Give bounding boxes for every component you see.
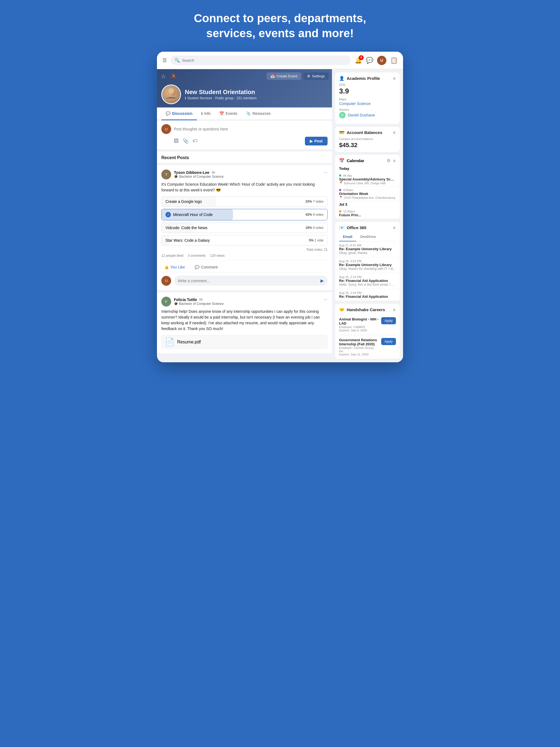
center-col: ☆ 🔕 📅 Create Event ⚙ Settings	[157, 69, 332, 362]
info-icon: ℹ	[201, 111, 203, 115]
email-time-3: Aug 25, 2:15 PM	[339, 275, 396, 279]
apply-button-1[interactable]: Apply	[381, 317, 396, 324]
balance-amount: $45.32	[339, 141, 396, 149]
collapse-calendar-icon[interactable]: ∧	[393, 158, 396, 163]
o365-tabs: Email OneDrive	[339, 232, 396, 241]
tab-events[interactable]: 📅 Events	[215, 107, 242, 120]
collapse-office365-icon[interactable]: ∧	[393, 225, 396, 230]
collapse-academic-icon[interactable]: ∧	[393, 76, 396, 81]
like-button[interactable]: 👍 You Like	[161, 263, 187, 271]
notification-badge: 8	[359, 55, 364, 60]
hamburger-icon[interactable]: ☰	[162, 57, 167, 63]
comment-button[interactable]: 💬 Comment	[192, 263, 221, 271]
poll-option-4[interactable]: Star Wars: Code a Galaxy 5% 1 vote	[161, 235, 328, 246]
gpa-field: GPA 3.9	[339, 83, 396, 96]
create-event-button[interactable]: 📅 Create Event	[266, 73, 301, 80]
banner-actions: 📅 Create Event ⚙ Settings	[266, 73, 329, 80]
email-item-3[interactable]: Aug 25, 2:15 PM Re: Financial Aid Applic…	[335, 273, 400, 289]
top-nav: ☰ 🔍 🔔 8 💬 U 📋	[157, 52, 403, 69]
post-username: Tyson Gibbons-Lee	[174, 170, 209, 175]
post-avatar-2: F	[161, 297, 171, 307]
search-icon: 🔍	[175, 58, 180, 63]
tab-discussion[interactable]: 💬 Discussion	[161, 107, 197, 120]
collapse-account-icon[interactable]: ∧	[393, 130, 396, 135]
tab-resources[interactable]: 📎 Resources	[242, 107, 275, 120]
more-options-icon[interactable]: ···	[324, 170, 328, 175]
post-time: 4h	[212, 171, 215, 175]
cal-event-3-title: Future Prin...	[339, 213, 396, 217]
main-layout: ☆ 🔕 📅 Create Event ⚙ Settings	[157, 69, 403, 362]
photo-icon[interactable]: 🖼	[174, 138, 179, 144]
poll-total: Total votes: 21	[161, 248, 328, 252]
tag-icon[interactable]: 🏷	[193, 138, 198, 144]
academic-profile-body: GPA 3.9 Major Computer Science Advisor D…	[335, 83, 400, 124]
academic-profile-title: Academic Profile	[347, 76, 380, 81]
poll-option-2[interactable]: ✓ Minecraft Hour of Code 43% 9 votes	[161, 209, 328, 221]
office365-widget: 📧 Office 365 ∧ Email OneDrive Aug 27, 8:…	[335, 222, 400, 301]
email-item-1[interactable]: Aug 27, 8:41 AM Re: Example University L…	[335, 241, 400, 257]
account-balances-title-row: 💳 Account Balances	[339, 130, 382, 135]
post-user-row-2: F Felicia Tuttle 8h 🎓 Bachelor of Comput…	[161, 297, 224, 307]
cal-event-1-title: Special Assembly/Advisory Sched...	[339, 177, 396, 181]
job-expires-2: Expires: Sep 12, 2020	[339, 353, 379, 356]
settings-button[interactable]: ⚙ Settings	[303, 73, 329, 80]
user-avatar[interactable]: U	[377, 56, 386, 65]
email-time-2: Aug 26, 3:53 PM	[339, 259, 396, 263]
email-time-4: Aug 25, 1:43 PM	[339, 291, 396, 294]
calendar-header: 📅 Calendar ⚙ ∧	[335, 155, 400, 165]
o365-tab-email[interactable]: Email	[339, 232, 356, 241]
comment-send-icon[interactable]: ▶	[321, 278, 324, 283]
composer-avatar: U	[161, 124, 171, 134]
handshake-widget: 🤝 Handshake Careers ∧ Animal Biologist -…	[335, 304, 400, 359]
major-value: Computer Science	[339, 101, 396, 106]
post-username-2: Felicia Tuttle	[174, 298, 197, 302]
gpa-value: 3.9	[339, 87, 396, 96]
advisor-row: D Daniel Dushane	[339, 112, 396, 119]
search-bar[interactable]: 🔍	[171, 55, 351, 65]
chat-icon[interactable]: 💬	[366, 57, 373, 64]
post-button[interactable]: ▶ Post	[305, 137, 328, 146]
app-card: ☰ 🔍 🔔 8 💬 U 📋 ☆ 🔕 📅	[157, 52, 403, 362]
pdf-icon: 📄	[165, 337, 175, 346]
poll-option-1[interactable]: Create a Google logo 33% 7 votes	[161, 196, 328, 207]
attach-icon[interactable]: 📎	[183, 138, 189, 144]
attachment-row[interactable]: 📄 Resume.pdf	[161, 335, 328, 349]
notification-bell-wrap[interactable]: 🔔 8	[355, 57, 362, 64]
calendar-actions: ⚙ ∧	[387, 158, 396, 163]
email-item-4[interactable]: Aug 25, 1:43 PM Re: Financial Aid Applic…	[335, 289, 400, 301]
search-input[interactable]	[182, 58, 347, 62]
calendar-title: Calendar	[347, 158, 364, 163]
job-info-2: Government Relations Internship (Fall 20…	[339, 338, 379, 356]
comment-input[interactable]	[178, 279, 321, 283]
balance-label: Campus account balance	[339, 137, 396, 140]
job-employer-2: Employer: Carmen Group, Inc.	[339, 346, 379, 353]
academic-profile-title-row: 👤 Academic Profile	[339, 76, 380, 81]
info-icon-small: ℹ	[185, 96, 186, 100]
o365-tab-onedrive[interactable]: OneDrive	[356, 232, 380, 241]
calendar-settings-icon[interactable]: ⚙	[387, 158, 390, 163]
group-title-block: New Student Orientation ℹ Student Servic…	[185, 88, 257, 100]
star-icon[interactable]: ☆	[161, 73, 166, 80]
layout-icon[interactable]: 📋	[390, 57, 398, 64]
more-options-icon-2[interactable]: ···	[324, 297, 328, 302]
events-icon: 📅	[219, 111, 224, 115]
post-text: It's Computer Science Education Week! Wh…	[161, 182, 328, 193]
job-item-2: Government Relations Internship (Fall 20…	[335, 335, 400, 359]
poll-option-3[interactable]: Vidcode: Code the News 19% 4 votes	[161, 223, 328, 233]
degree-icon-2: 🎓	[174, 302, 178, 306]
composer-input[interactable]	[174, 127, 328, 131]
post-stats: 12 people liked 3 comments 129 views	[161, 252, 328, 260]
collapse-handshake-icon[interactable]: ∧	[393, 307, 396, 312]
apply-button-2[interactable]: Apply	[381, 338, 396, 345]
group-avatar-image	[163, 86, 179, 103]
discussion-icon: 💬	[166, 111, 170, 115]
cal-dot-2	[339, 189, 341, 191]
email-time-1: Aug 27, 8:41 AM	[339, 243, 396, 247]
recent-posts-header: Recent Posts	[157, 152, 332, 163]
academic-icon: 👤	[339, 76, 345, 81]
mute-icon[interactable]: 🔕	[171, 73, 177, 79]
email-preview-2: Okay, thanks for checking with IT. I di.…	[339, 267, 396, 271]
tab-info[interactable]: ℹ Info	[197, 107, 215, 120]
email-item-2[interactable]: Aug 26, 3:53 PM Re: Example University L…	[335, 257, 400, 273]
email-list: Aug 27, 8:41 AM Re: Example University L…	[335, 241, 400, 301]
